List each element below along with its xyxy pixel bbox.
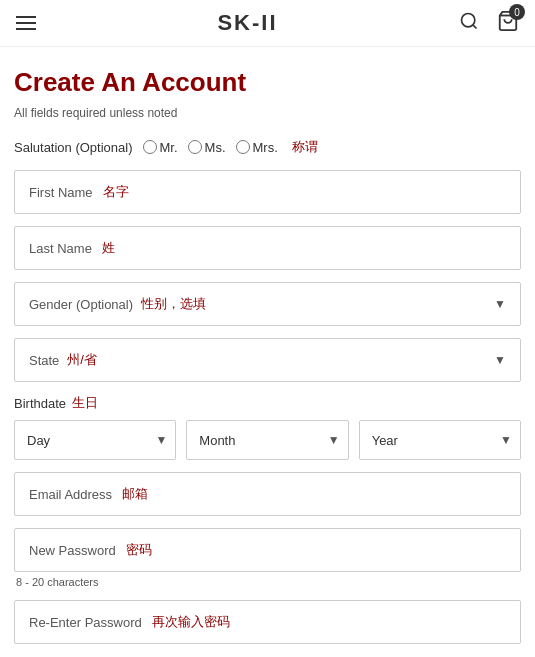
salutation-mr-radio[interactable] xyxy=(143,140,157,154)
gender-label: Gender (Optional) xyxy=(29,297,133,312)
logo: SK-II xyxy=(217,10,277,36)
header-right: 0 xyxy=(459,10,519,36)
salutation-chinese-label: 称谓 xyxy=(292,138,318,156)
month-select-wrap: Month January February March April May J… xyxy=(186,420,348,460)
first-name-input[interactable] xyxy=(139,184,506,200)
month-select[interactable]: Month January February March April May J… xyxy=(199,433,317,448)
month-chevron-down-icon: ▼ xyxy=(328,433,340,447)
first-name-field: First Name 名字 xyxy=(14,170,521,214)
hamburger-menu-icon[interactable] xyxy=(16,16,36,30)
birthdate-label-row: Birthdate 生日 xyxy=(14,394,521,412)
main-content: Create An Account All fields required un… xyxy=(0,47,535,657)
salutation-ms-label: Ms. xyxy=(205,140,226,155)
form-subtitle: All fields required unless noted xyxy=(14,106,521,120)
year-select-wrap: Year for(let y=2024;y>=1920;y--) documen… xyxy=(359,420,521,460)
last-name-chinese-label: 姓 xyxy=(102,239,115,257)
gender-field: Gender (Optional) 性别，选填 Male Female Non-… xyxy=(14,282,521,326)
salutation-mrs-radio[interactable] xyxy=(236,140,250,154)
year-select[interactable]: Year for(let y=2024;y>=1920;y--) documen… xyxy=(372,433,490,448)
password-input[interactable] xyxy=(162,542,506,558)
salutation-mrs[interactable]: Mrs. xyxy=(236,140,278,155)
cart-icon[interactable]: 0 xyxy=(497,10,519,36)
state-select-wrapper: California New York Texas ▼ xyxy=(97,351,506,369)
email-chinese-label: 邮箱 xyxy=(122,485,148,503)
last-name-input[interactable] xyxy=(125,240,506,256)
re-enter-password-input[interactable] xyxy=(240,614,506,630)
day-select[interactable]: Day for(let i=1;i<=31;i++) document.writ… xyxy=(27,433,145,448)
cart-count: 0 xyxy=(509,4,525,20)
gender-select[interactable]: Male Female Non-binary xyxy=(206,296,506,312)
password-label: New Password xyxy=(29,543,116,558)
svg-point-0 xyxy=(462,13,475,26)
salutation-ms-radio[interactable] xyxy=(188,140,202,154)
salutation-row: Salutation (Optional) Mr. Ms. Mrs. 称谓 xyxy=(14,138,521,156)
search-icon[interactable] xyxy=(459,11,479,36)
gender-select-wrapper: Male Female Non-binary ▼ xyxy=(206,295,506,313)
re-enter-password-field: Re-Enter Password 再次输入密码 xyxy=(14,600,521,644)
state-label: State xyxy=(29,353,59,368)
last-name-label: Last Name xyxy=(29,241,92,256)
birthdate-section: Birthdate 生日 Day for(let i=1;i<=31;i++) … xyxy=(14,394,521,460)
first-name-chinese-label: 名字 xyxy=(103,183,129,201)
svg-line-1 xyxy=(473,24,477,28)
day-select-wrap: Day for(let i=1;i<=31;i++) document.writ… xyxy=(14,420,176,460)
salutation-mr-label: Mr. xyxy=(160,140,178,155)
birthdate-dropdowns: Day for(let i=1;i<=31;i++) document.writ… xyxy=(14,420,521,460)
re-enter-password-chinese-label: 再次输入密码 xyxy=(152,613,230,631)
re-enter-password-label: Re-Enter Password xyxy=(29,615,142,630)
gender-chinese-label: 性别，选填 xyxy=(141,295,206,313)
birthdate-label: Birthdate xyxy=(14,396,66,411)
page-title: Create An Account xyxy=(14,67,521,98)
email-label: Email Address xyxy=(29,487,112,502)
day-chevron-down-icon: ▼ xyxy=(155,433,167,447)
header: SK-II 0 xyxy=(0,0,535,47)
salutation-mrs-label: Mrs. xyxy=(253,140,278,155)
password-chinese-label: 密码 xyxy=(126,541,152,559)
salutation-label: Salutation (Optional) xyxy=(14,140,133,155)
last-name-field: Last Name 姓 xyxy=(14,226,521,270)
email-field: Email Address 邮箱 xyxy=(14,472,521,516)
salutation-ms[interactable]: Ms. xyxy=(188,140,226,155)
password-field: New Password 密码 xyxy=(14,528,521,572)
state-field: State 州/省 California New York Texas ▼ xyxy=(14,338,521,382)
salutation-mr[interactable]: Mr. xyxy=(143,140,178,155)
salutation-radio-group: Mr. Ms. Mrs. xyxy=(143,140,278,155)
year-chevron-down-icon: ▼ xyxy=(500,433,512,447)
state-chinese-label: 州/省 xyxy=(67,351,97,369)
email-input[interactable] xyxy=(158,486,506,502)
birthdate-chinese-label: 生日 xyxy=(72,394,98,412)
first-name-label: First Name xyxy=(29,185,93,200)
state-select[interactable]: California New York Texas xyxy=(97,352,506,368)
password-hint: 8 - 20 characters xyxy=(14,576,521,588)
